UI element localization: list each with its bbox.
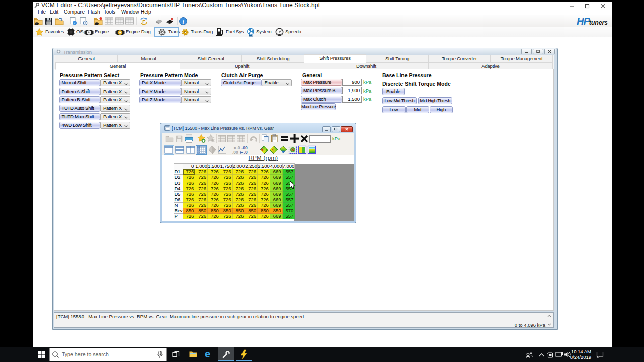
svg-text:i: i (74, 21, 75, 25)
svg-text:F: F (142, 19, 145, 24)
